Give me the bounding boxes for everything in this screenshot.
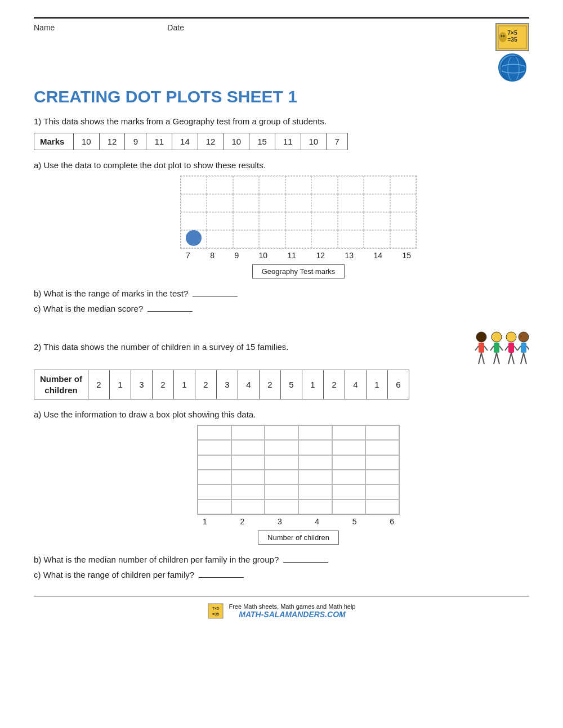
box-plot-cell <box>365 425 399 440</box>
box-plot-cell <box>231 484 265 499</box>
children-cell: 4 <box>238 370 260 399</box>
page-title: CREATING DOT PLOTS SHEET 1 <box>34 87 529 106</box>
children-cell: 1 <box>302 370 324 399</box>
box-plot-cell <box>365 484 399 499</box>
children-cell: 1 <box>110 370 131 399</box>
axis-label: 12 <box>316 251 325 260</box>
dot-plot-cell <box>338 212 364 230</box>
axis-label: 14 <box>373 251 382 260</box>
box-plot-cell <box>298 470 332 484</box>
box-plot-grid-inner <box>198 425 399 514</box>
dot-plot-cell <box>233 230 259 248</box>
dot-plot-cell <box>390 212 416 230</box>
section2-qa: a) Use the information to draw a box plo… <box>34 410 529 419</box>
dot-plot-container: 789101112131415 Geography Test marks <box>68 176 529 278</box>
svg-line-31 <box>524 353 526 364</box>
svg-rect-34 <box>208 604 223 618</box>
box-plot-cell <box>332 440 366 455</box>
box-plot-label: Number of children <box>258 531 339 545</box>
dot-plot-cell <box>338 176 364 194</box>
mark-cell: 10 <box>74 133 100 150</box>
box-plot-cell <box>198 440 231 455</box>
children-cell: 1 <box>367 370 388 399</box>
box-plot-cell <box>231 455 265 470</box>
svg-point-5 <box>503 35 505 37</box>
dot-plot-cell <box>285 194 311 212</box>
marks-table: Marks10129111412101511107 <box>34 133 348 150</box>
svg-point-16 <box>491 332 502 342</box>
range-answer-line[interactable] <box>193 296 238 296</box>
dot-plot-cell <box>233 194 259 212</box>
box-plot-cell <box>231 425 265 440</box>
dot-plot-cell <box>338 230 364 248</box>
svg-line-26 <box>505 346 508 350</box>
name-date: Name Date <box>34 23 184 32</box>
children-range-answer-line[interactable] <box>199 577 244 578</box>
section1-qc: c) What is the median score? <box>34 304 529 313</box>
dot-plot-cell <box>390 176 416 194</box>
children-table: Number ofchildren213212342512416 <box>34 370 409 399</box>
axis-label: 2 <box>240 517 244 526</box>
dot-plot-cell <box>259 176 285 194</box>
box-plot-cell <box>332 455 366 470</box>
axis-label: 10 <box>259 251 268 260</box>
children-header: Number ofchildren <box>34 370 88 399</box>
axis-label: 1 <box>203 517 207 526</box>
children-median-answer-line[interactable] <box>283 562 328 563</box>
svg-text:7×5: 7×5 <box>213 606 220 610</box>
box-plot-cell <box>332 484 366 499</box>
dot-plot-cell <box>364 230 390 248</box>
axis-label: 9 <box>234 251 239 260</box>
dot-plot-cell <box>364 194 390 212</box>
box-plot-cell <box>231 470 265 484</box>
box-plot-cell <box>298 440 332 455</box>
footer-line2: MATH-SALAMANDERS.COM <box>229 610 355 619</box>
median-answer-line[interactable] <box>148 311 193 312</box>
box-plot-cell <box>332 500 366 514</box>
children-figures <box>473 330 529 370</box>
mark-cell: 11 <box>146 133 172 150</box>
box-plot-cell <box>298 455 332 470</box>
footer-line1: Free Math sheets, Math games and Math he… <box>229 603 355 610</box>
dot-plot-cell <box>259 230 285 248</box>
dot-plot-cell <box>207 212 233 230</box>
svg-rect-11 <box>479 343 484 353</box>
math-logo: 7×5 =35 <box>495 23 529 51</box>
svg-line-15 <box>484 346 488 350</box>
dot-plot-axis: 789101112131415 <box>180 251 417 260</box>
svg-point-3 <box>499 32 507 42</box>
section1-qb: b) What is the range of marks in the tes… <box>34 289 529 298</box>
svg-line-33 <box>526 346 529 350</box>
mark-cell: 12 <box>198 133 224 150</box>
marks-header: Marks <box>34 133 74 150</box>
box-plot-cell <box>265 470 298 484</box>
box-plot-cell <box>365 470 399 484</box>
mark-cell: 11 <box>275 133 301 150</box>
svg-line-18 <box>494 353 497 364</box>
svg-text:=35: =35 <box>213 612 220 616</box>
svg-text:7×5: 7×5 <box>508 30 517 36</box>
svg-point-28 <box>519 332 529 342</box>
box-plot-cell <box>365 455 399 470</box>
svg-point-4 <box>501 35 503 37</box>
dot-plot-cell <box>285 176 311 194</box>
svg-point-22 <box>506 332 516 342</box>
box-plot-grid <box>197 425 400 515</box>
children-cell: 3 <box>131 370 153 399</box>
box-plot-cell <box>198 484 231 499</box>
box-plot-cell <box>365 500 399 514</box>
dot-plot-grid <box>180 176 417 249</box>
dot-plot-cell <box>207 176 233 194</box>
dot-plot-cell <box>181 176 207 194</box>
box-plot-cell <box>198 470 231 484</box>
dot-plot-cell <box>364 212 390 230</box>
dot-plot-cell <box>207 194 233 212</box>
name-label: Name <box>34 23 55 32</box>
children-cell: 4 <box>345 370 367 399</box>
svg-line-21 <box>499 346 503 350</box>
axis-label: 3 <box>278 517 282 526</box>
dot-plot-cell <box>390 194 416 212</box>
svg-line-24 <box>508 353 511 364</box>
section1-qa: a) Use the data to complete the dot plot… <box>34 160 529 170</box>
mark-cell: 15 <box>249 133 275 150</box>
